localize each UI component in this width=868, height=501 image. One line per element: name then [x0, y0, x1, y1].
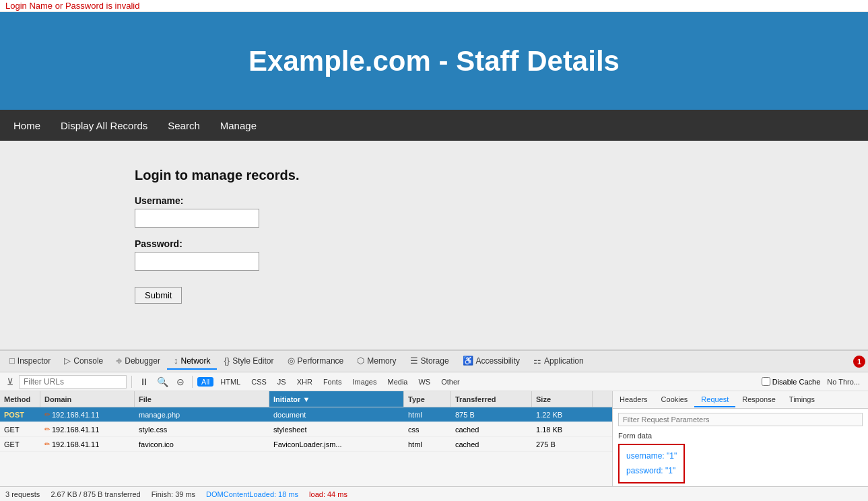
devtools-toolbar: ⊻ ⏸ 🔍 ⊝ All HTML CSS JS XHR Fonts Images…	[0, 372, 868, 391]
nav-manage[interactable]: Manage	[220, 120, 257, 131]
tab-network[interactable]: ↕ Network	[167, 353, 218, 370]
table-row[interactable]: GET ✏192.168.41.11 favicon.ico FaviconLo…	[0, 437, 612, 452]
req-tab-headers[interactable]: Headers	[613, 393, 655, 407]
col-size: Size	[532, 391, 593, 407]
inspector-icon: □	[9, 356, 15, 366]
row2-domain: ✏192.168.41.11	[40, 422, 135, 436]
req-tab-request[interactable]: Request	[694, 393, 735, 407]
devtools-statusbar: 3 requests 2.67 KB / 875 B transferred F…	[0, 486, 868, 501]
tab-performance[interactable]: ◎ Performance	[281, 353, 351, 370]
col-transferred: Transferred	[451, 391, 532, 407]
tab-debugger-label: Debugger	[125, 356, 160, 366]
request-panel: Headers Cookies Request Response Timings…	[612, 391, 868, 486]
req-tab-response[interactable]: Response	[735, 393, 782, 407]
nav-display-all[interactable]: Display All Records	[61, 120, 147, 131]
clear-icon[interactable]: ⊝	[174, 375, 187, 389]
row2-method: GET	[0, 422, 40, 436]
tab-inspector[interactable]: □ Inspector	[3, 353, 57, 370]
site-header: Example.com - Staff Details	[0, 12, 868, 110]
filter-icon[interactable]: ⊻	[4, 375, 16, 389]
row2-initiator: stylesheet	[269, 422, 404, 436]
row1-type: html	[404, 407, 451, 422]
form-data-box: username: "1" password: "1"	[618, 444, 685, 483]
request-panel-tabs: Headers Cookies Request Response Timings	[613, 391, 868, 409]
devtools-panel: □ Inspector ▷ Console ⎆ Debugger ↕ Netwo…	[0, 349, 868, 501]
form-data-username: username: "1"	[626, 449, 677, 464]
tab-memory[interactable]: ⬡ Memory	[350, 353, 403, 370]
tab-console[interactable]: ▷ Console	[57, 353, 110, 370]
username-group: Username:	[135, 195, 733, 228]
col-domain: Domain	[40, 391, 135, 407]
form-data-label: Form data	[618, 432, 863, 440]
row2-type: css	[404, 422, 451, 436]
login-heading: Login to manage records.	[135, 168, 733, 183]
tab-style-editor[interactable]: {} Style Editor	[217, 353, 280, 370]
username-input[interactable]	[135, 209, 259, 228]
disable-cache-checkbox[interactable]	[762, 377, 770, 386]
table-row[interactable]: POST ✏192.168.41.11 manage.php document …	[0, 407, 612, 422]
error-text: Login Name or Password is invalid	[5, 1, 139, 11]
filter-js[interactable]: JS	[273, 377, 290, 387]
row3-method: GET	[0, 437, 40, 451]
filter-html[interactable]: HTML	[216, 377, 244, 387]
pause-icon[interactable]: ⏸	[137, 375, 152, 389]
row3-domain: ✏192.168.41.11	[40, 437, 135, 451]
filter-xhr[interactable]: XHR	[293, 377, 316, 387]
row1-domain: ✏192.168.41.11	[40, 407, 135, 422]
row1-transferred: 875 B	[451, 407, 532, 422]
tab-accessibility[interactable]: ♿ Accessibility	[456, 353, 527, 370]
main-content: Login to manage records. Username: Passw…	[0, 141, 868, 349]
row1-file: manage.php	[135, 407, 269, 422]
filter-media[interactable]: Media	[383, 377, 411, 387]
network-rows: POST ✏192.168.41.11 manage.php document …	[0, 407, 612, 486]
tab-memory-label: Memory	[367, 356, 396, 366]
disable-cache-label: Disable Cache	[762, 377, 821, 386]
col-method: Method	[0, 391, 40, 407]
form-data-password: password: "1"	[626, 464, 677, 479]
tab-storage[interactable]: ☰ Storage	[403, 353, 456, 370]
row1-size: 1.22 KB	[532, 407, 593, 422]
status-load: load: 44 ms	[309, 490, 347, 498]
row3-initiator: FaviconLoader.jsm...	[269, 437, 404, 451]
tab-debugger[interactable]: ⎆ Debugger	[110, 353, 167, 370]
filter-images[interactable]: Images	[348, 377, 380, 387]
nav-home[interactable]: Home	[13, 120, 40, 131]
filter-all[interactable]: All	[197, 377, 213, 387]
error-bar: Login Name or Password is invalid	[0, 0, 868, 12]
row1-method: POST	[0, 407, 40, 422]
search-icon[interactable]: 🔍	[154, 375, 171, 389]
request-panel-body: Form data username: "1" password: "1"	[613, 409, 868, 486]
tab-performance-label: Performance	[298, 356, 344, 366]
status-dom-content: DOMContentLoaded: 18 ms	[206, 490, 298, 498]
filter-other[interactable]: Other	[437, 377, 464, 387]
password-input[interactable]	[135, 252, 259, 271]
col-type: Type	[404, 391, 451, 407]
tab-style-editor-label: Style Editor	[232, 356, 273, 366]
network-icon: ↕	[174, 356, 178, 366]
password-label: Password:	[135, 238, 733, 249]
submit-button[interactable]: Submit	[135, 287, 182, 304]
req-tab-cookies[interactable]: Cookies	[655, 393, 695, 407]
filter-urls-input[interactable]	[19, 375, 127, 389]
tab-inspector-label: Inspector	[18, 356, 51, 366]
row3-transferred: cached	[451, 437, 532, 451]
nav-search[interactable]: Search	[168, 120, 200, 131]
filter-ws[interactable]: WS	[414, 377, 434, 387]
req-tab-timings[interactable]: Timings	[782, 393, 822, 407]
tab-network-label: Network	[180, 356, 210, 366]
network-table-header: Method Domain File Initiator ▼ Type Tran…	[0, 391, 612, 407]
filter-params-input[interactable]	[618, 413, 863, 426]
filter-css[interactable]: CSS	[247, 377, 271, 387]
row2-transferred: cached	[451, 422, 532, 436]
error-badge: 1	[853, 356, 865, 368]
filter-fonts[interactable]: Fonts	[319, 377, 346, 387]
tab-application[interactable]: ⚏ Application	[527, 353, 591, 370]
no-throttle-btn[interactable]: No Thro...	[823, 377, 864, 387]
accessibility-icon: ♿	[463, 356, 473, 366]
table-row[interactable]: GET ✏192.168.41.11 style.css stylesheet …	[0, 422, 612, 437]
tab-storage-label: Storage	[421, 356, 449, 366]
storage-icon: ☰	[410, 356, 418, 366]
status-transferred: 2.67 KB / 875 B transferred	[51, 490, 140, 498]
col-initiator[interactable]: Initiator ▼	[269, 391, 404, 407]
network-table: Method Domain File Initiator ▼ Type Tran…	[0, 391, 612, 486]
